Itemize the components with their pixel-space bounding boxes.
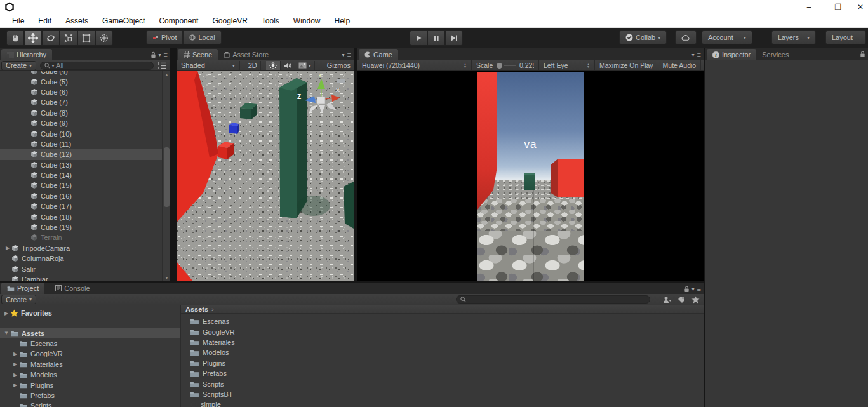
project-folder-item[interactable]: Modelos xyxy=(181,347,704,357)
game-menu-icon[interactable]: ≡ xyxy=(697,51,701,58)
menu-help[interactable]: Help xyxy=(328,14,357,28)
tree-expand-arrow-icon[interactable]: ▶ xyxy=(11,372,19,378)
tab-scene[interactable]: Scene xyxy=(178,49,218,60)
account-dropdown[interactable]: Account ▾ xyxy=(702,30,752,44)
pivot-toggle-button[interactable]: Pivot xyxy=(146,30,183,44)
scene-viewport[interactable]: Z Y X xyxy=(177,71,354,281)
lock-icon[interactable] xyxy=(150,51,156,58)
project-lock-icon[interactable] xyxy=(684,286,690,293)
project-create-button[interactable]: Create ▾ xyxy=(1,295,36,304)
breadcrumb-assets[interactable]: Assets xyxy=(185,305,208,313)
hierarchy-menu-icon[interactable]: ≡ xyxy=(164,51,168,58)
hierarchy-item[interactable]: ▶ Cube (13) xyxy=(0,160,170,170)
audio-toggle-button[interactable] xyxy=(281,61,295,70)
menu-file[interactable]: File xyxy=(5,14,31,28)
game-view[interactable]: va xyxy=(357,71,704,281)
scene-menu-icon[interactable]: ≡ xyxy=(347,51,351,58)
game-dropdown-icon[interactable]: ▾ xyxy=(692,52,695,58)
project-folder-item[interactable]: Escenas xyxy=(181,316,704,326)
hierarchy-item[interactable]: ▶ Cube (6) xyxy=(0,87,170,97)
tree-expand-arrow-icon[interactable]: ▶ xyxy=(11,361,19,367)
menu-gameobject[interactable]: GameObject xyxy=(95,14,152,28)
minimize-button[interactable]: – xyxy=(794,0,824,14)
lighting-toggle-button[interactable] xyxy=(266,61,281,70)
rect-tool-button[interactable] xyxy=(77,30,95,46)
tab-asset-store[interactable]: Asset Store xyxy=(218,49,274,60)
mute-audio-button[interactable]: Mute Audio xyxy=(658,60,702,70)
menu-tools[interactable]: Tools xyxy=(255,14,286,28)
tab-project[interactable]: Project xyxy=(1,283,44,294)
project-tree-item[interactable]: ▶ Plugins xyxy=(0,380,180,390)
close-button[interactable]: ✕ xyxy=(853,0,868,14)
tree-expand-arrow-icon[interactable]: ▶ xyxy=(11,351,19,357)
resolution-dropdown[interactable]: Huawei (720x1440) ▲▼ xyxy=(357,60,472,70)
hierarchy-item[interactable]: ▶ Cube (11) xyxy=(0,139,170,149)
search-by-type-icon[interactable] xyxy=(663,296,671,304)
menu-assets[interactable]: Assets xyxy=(58,14,95,28)
favorites-arrow-icon[interactable]: ▶ xyxy=(3,310,10,316)
hierarchy-item[interactable]: ▶ Cube (17) xyxy=(0,201,170,211)
project-folder-item[interactable]: Plugins xyxy=(181,358,704,368)
project-folder-item[interactable]: simple xyxy=(181,399,704,407)
project-menu-icon[interactable]: ≡ xyxy=(697,285,701,293)
assets-root[interactable]: ▼ Assets xyxy=(0,328,180,338)
stats-button[interactable]: Stats xyxy=(701,60,704,70)
rotate-tool-button[interactable] xyxy=(42,30,60,46)
hierarchy-scrollbar[interactable]: ▲ ▼ xyxy=(162,71,170,281)
tab-game[interactable]: Game xyxy=(359,49,398,60)
project-tree-item[interactable]: ▶ Materiales xyxy=(0,359,180,370)
layers-dropdown[interactable]: Layers ▾ xyxy=(771,30,816,44)
hierarchy-item[interactable]: ▶ Cube (18) xyxy=(0,211,170,222)
scroll-down-icon[interactable]: ▼ xyxy=(163,276,170,280)
hierarchy-item[interactable]: ▶ Salir xyxy=(0,264,170,274)
scale-slider-knob[interactable] xyxy=(497,63,502,69)
search-by-label-icon[interactable] xyxy=(678,296,685,304)
layout-dropdown[interactable]: Layout xyxy=(825,30,866,44)
hierarchy-item[interactable]: ▶ Cambiar xyxy=(0,274,170,281)
hierarchy-create-button[interactable]: Create ▾ xyxy=(1,61,36,70)
menu-window[interactable]: Window xyxy=(286,14,328,28)
collab-dropdown[interactable]: Collab ▾ xyxy=(619,30,667,44)
step-button[interactable] xyxy=(445,30,463,46)
menu-googlevr[interactable]: GoogleVR xyxy=(205,14,254,28)
scale-tool-button[interactable] xyxy=(60,30,77,46)
favorites-root[interactable]: ▶ Favorites xyxy=(0,308,180,318)
restore-button[interactable]: ❐ xyxy=(824,0,853,14)
hierarchy-search-input[interactable]: ▾ All xyxy=(40,62,154,70)
hierarchy-item[interactable]: ▶ Cube (10) xyxy=(0,128,170,138)
play-button[interactable] xyxy=(410,30,427,46)
hierarchy-item[interactable]: ▶ Cube (9) xyxy=(0,118,170,128)
scale-slider-track[interactable] xyxy=(504,65,516,66)
project-tree-item[interactable]: ▶ Escenas xyxy=(0,338,180,349)
hierarchy-item[interactable]: ▶ Cube (4) xyxy=(0,71,170,76)
cloud-button[interactable] xyxy=(675,30,697,44)
hierarchy-filter-icon[interactable] xyxy=(157,62,166,69)
shading-mode-dropdown[interactable]: Shaded ▾ xyxy=(177,61,240,70)
hierarchy-item[interactable]: ▶ Cube (16) xyxy=(0,191,170,201)
project-tree-item[interactable]: ▶ Scripts xyxy=(0,401,180,407)
tab-services[interactable]: Services xyxy=(756,49,794,60)
assets-arrow-icon[interactable]: ▼ xyxy=(3,330,10,336)
project-tree-item[interactable]: ▶ GoogleVR xyxy=(0,349,180,359)
move-tool-button[interactable] xyxy=(24,30,42,46)
project-tree-item[interactable]: ▶ Modelos xyxy=(0,370,180,380)
hierarchy-item[interactable]: ▶ ColumnaRoja xyxy=(0,253,170,264)
project-folder-item[interactable]: Materiales xyxy=(181,337,704,347)
hierarchy-item[interactable]: ▶ TripodeCamara xyxy=(0,243,170,253)
scene-dropdown-icon[interactable]: ▾ xyxy=(342,52,345,58)
project-folder-item[interactable]: ScriptsBT xyxy=(181,389,704,399)
hierarchy-item[interactable]: ▶ Cube (7) xyxy=(0,97,170,107)
expand-arrow-icon[interactable]: ▶ xyxy=(4,245,11,251)
eye-dropdown[interactable]: Left Eye ▲▼ xyxy=(539,60,595,70)
local-toggle-button[interactable]: Local xyxy=(183,30,221,44)
tab-console[interactable]: Console xyxy=(50,283,95,294)
project-folder-item[interactable]: Prefabs xyxy=(181,368,704,378)
scroll-up-icon[interactable]: ▲ xyxy=(163,72,170,77)
hierarchy-item[interactable]: ▶ Terrain xyxy=(0,232,170,243)
scrollbar-thumb[interactable] xyxy=(164,147,170,207)
tab-hierarchy[interactable]: Hierarchy xyxy=(1,49,52,60)
gizmos-dropdown[interactable]: Gizmos xyxy=(324,61,354,70)
hierarchy-item[interactable]: ▶ Cube (15) xyxy=(0,180,170,190)
maximize-on-play-button[interactable]: Maximize On Play xyxy=(595,60,658,70)
project-folder-item[interactable]: GoogleVR xyxy=(181,326,704,337)
